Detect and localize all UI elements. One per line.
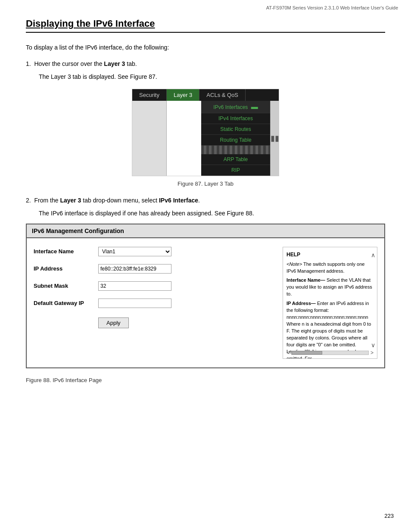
config-box-body: Interface Name Vlan1 IP Address Subnet M… [27,238,384,367]
apply-button-row: Apply [34,316,274,328]
nav-bar: Security Layer 3 ACLs & QoS [132,89,279,101]
nav-acls: ACLs & QoS [199,89,246,101]
figure-87-caption: Figure 87. Layer 3 Tab [26,180,385,187]
step-2-number: 2. [26,197,34,204]
gateway-label: Default Gateway IP [34,300,98,306]
step-1-sub: The Layer 3 tab is displayed. See Figure… [39,72,385,81]
page-header: AT-FS970M Series Version 2.3.1.0 Web Int… [0,0,411,14]
form-row-subnet-mask: Subnet Mask [34,281,274,291]
scroll-thumb [292,351,322,355]
interface-name-label: Interface Name [34,248,98,255]
help-panel: ∧ HELP <Note> The switch supports only o… [283,247,377,359]
step-2-text: 2. From the Layer 3 tab drop-down menu, … [26,196,385,205]
subnet-mask-input[interactable] [98,281,171,291]
help-interface-name: Interface Name— Select the VLAN that you… [286,277,374,298]
step-1-number: 1. [26,60,34,67]
intro-text: To display a list of the IPv6 interface,… [26,43,385,52]
help-note: <Note> The switch supports only one IPv6… [286,261,374,275]
page-content: Displaying the IPv6 Interface To display… [0,14,411,409]
step-2: 2. From the Layer 3 tab drop-down menu, … [26,196,385,383]
gateway-input[interactable] [98,299,171,308]
left-spacer [132,101,167,176]
form-row-interface-name: Interface Name Vlan1 [34,247,274,256]
step-1: 1. Hover the cursor over the Layer 3 tab… [26,59,385,187]
scroll-track[interactable] [291,351,369,355]
right-scrollbar: ▮▮ [270,101,279,176]
help-text-content: <Note> The switch supports only one IPv6… [286,261,374,359]
ip-address-label: IP Address [34,265,98,272]
menu-arp-table[interactable]: ARP Table [201,154,270,165]
help-title: HELP [286,251,374,258]
horizontal-scrollbar[interactable]: < > [286,349,374,357]
nav-layer3: Layer 3 [167,89,199,101]
scroll-down-indicator: ∨ [371,341,375,350]
header-title: AT-FS970M Series Version 2.3.1.0 Web Int… [266,5,398,10]
form-row-gateway: Default Gateway IP [34,299,274,308]
figure-87-container: Security Layer 3 ACLs & QoS IPv6 Interfa… [26,89,385,187]
menu-ipv4-interfaces[interactable]: IPv4 Interfaces [201,113,270,124]
config-box-title: IPv6 Management Configuration [27,224,384,238]
cursor-icon: ▬ [251,103,258,111]
form-row-ip-address: IP Address [34,264,274,274]
nav-dropdown: IPv6 Interfaces ▬ IPv4 Interfaces Static… [201,101,270,176]
figure-88-caption: Figure 88. IPv6 Interface Page [26,377,385,383]
step-1-text: 1. Hover the cursor over the Layer 3 tab… [26,59,385,68]
scroll-left-arrow[interactable]: < [286,349,290,357]
section-title: Displaying the IPv6 Interface [26,18,385,33]
striped-bar [201,146,270,154]
config-form: Interface Name Vlan1 IP Address Subnet M… [34,247,274,359]
subnet-mask-label: Subnet Mask [34,283,98,289]
scroll-up-indicator: ∧ [371,251,375,260]
menu-static-routes[interactable]: Static Routes [201,124,270,135]
figure-87-image: Security Layer 3 ACLs & QoS IPv6 Interfa… [132,89,279,176]
ip-address-input[interactable] [98,264,171,274]
menu-routing-table[interactable]: Routing Table [201,135,270,146]
menu-rip[interactable]: RIP [201,165,270,176]
page-number: 223 [384,513,394,519]
apply-button[interactable]: Apply [98,317,129,328]
figure-88-config-box: IPv6 Management Configuration Interface … [26,224,385,368]
scroll-right-arrow[interactable]: > [371,349,374,357]
step-2-sub: The IPv6 interface is displayed if one h… [39,208,385,218]
menu-ipv6-interfaces[interactable]: IPv6 Interfaces ▬ [201,101,270,113]
dropdown-area: IPv6 Interfaces ▬ IPv4 Interfaces Static… [132,101,279,176]
nav-security: Security [132,89,167,101]
interface-name-select[interactable]: Vlan1 [98,247,171,256]
